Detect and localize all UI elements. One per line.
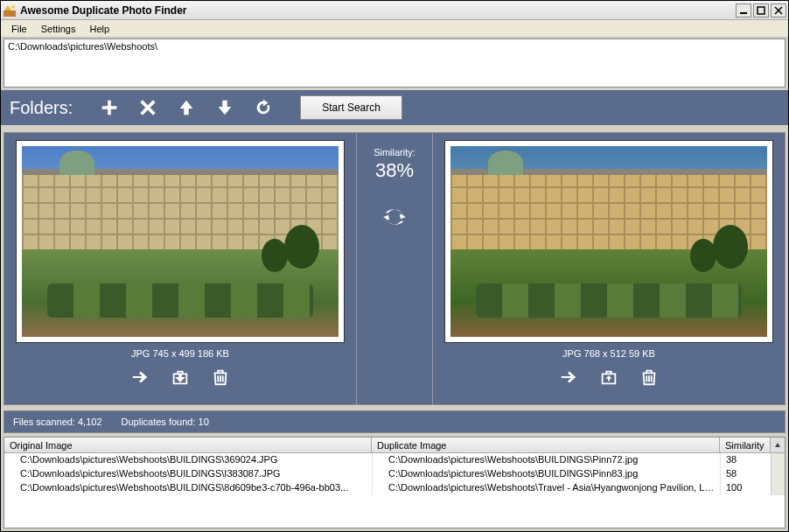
col-similarity[interactable]: Similarity bbox=[720, 438, 771, 452]
files-scanned-label: Files scanned: 4,102 bbox=[13, 416, 102, 427]
folders-label: Folders: bbox=[10, 98, 73, 118]
cell-original: C:\Downloads\pictures\Webshoots\BUILDING… bbox=[4, 467, 372, 481]
cell-similarity: 38 bbox=[720, 453, 771, 467]
move-up-button[interactable] bbox=[174, 95, 199, 120]
left-preview-panel: JPG 745 x 499 186 KB bbox=[4, 133, 356, 404]
swap-button[interactable] bbox=[382, 205, 407, 231]
start-search-button[interactable]: Start Search bbox=[300, 95, 402, 120]
minimize-button[interactable] bbox=[736, 4, 751, 18]
table-header: Original Image Duplicate Image Similarit… bbox=[4, 438, 785, 453]
cell-original: C:\Downloads\pictures\Webshoots\BUILDING… bbox=[4, 481, 372, 495]
table-body: C:\Downloads\pictures\Webshoots\BUILDING… bbox=[4, 453, 785, 495]
scrollbar-track[interactable] bbox=[771, 453, 785, 467]
right-image-meta: JPG 768 x 512 59 KB bbox=[562, 348, 655, 359]
results-table: Original Image Duplicate Image Similarit… bbox=[3, 437, 786, 528]
similarity-value: 38% bbox=[375, 159, 414, 182]
cell-duplicate: C:\Downloads\pictures\Webshoots\Travel -… bbox=[372, 481, 720, 495]
left-image-meta: JPG 745 x 499 186 KB bbox=[131, 348, 229, 359]
menu-help[interactable]: Help bbox=[82, 22, 116, 36]
table-row[interactable]: C:\Downloads\pictures\Webshoots\BUILDING… bbox=[4, 453, 785, 467]
move-down-button[interactable] bbox=[213, 95, 237, 120]
duplicates-found-label: Duplicates found: 10 bbox=[122, 416, 209, 427]
right-preview-panel: JPG 768 x 512 59 KB bbox=[433, 133, 785, 404]
titlebar: Awesome Duplicate Photo Finder bbox=[1, 1, 788, 20]
svg-point-1 bbox=[11, 5, 15, 9]
col-original[interactable]: Original Image bbox=[4, 438, 372, 452]
add-folder-button[interactable] bbox=[97, 95, 122, 120]
folders-toolbar: Folders: Start Search bbox=[1, 90, 788, 125]
left-image[interactable] bbox=[22, 146, 339, 337]
right-image-frame bbox=[444, 140, 773, 343]
scrollbar-track[interactable] bbox=[771, 481, 785, 495]
menubar: File Settings Help bbox=[1, 20, 788, 38]
window-controls bbox=[734, 4, 786, 18]
menu-settings[interactable]: Settings bbox=[34, 22, 83, 36]
right-move-button[interactable] bbox=[596, 366, 622, 388]
left-delete-button[interactable] bbox=[207, 366, 234, 388]
cell-similarity: 100 bbox=[720, 481, 771, 495]
right-image[interactable] bbox=[450, 146, 767, 337]
maximize-button[interactable] bbox=[753, 4, 769, 18]
similarity-column: Similarity: 38% bbox=[356, 133, 433, 404]
folder-path-entry[interactable]: C:\Downloads\pictures\Webshoots\ bbox=[8, 41, 781, 52]
svg-rect-0 bbox=[3, 10, 16, 17]
left-move-button[interactable] bbox=[167, 366, 193, 388]
left-image-actions bbox=[120, 366, 241, 388]
right-delete-button[interactable] bbox=[636, 366, 662, 388]
table-row[interactable]: C:\Downloads\pictures\Webshoots\BUILDING… bbox=[4, 481, 785, 495]
window-title: Awesome Duplicate Photo Finder bbox=[20, 4, 734, 17]
cell-original: C:\Downloads\pictures\Webshoots\BUILDING… bbox=[4, 453, 372, 467]
remove-folder-button[interactable] bbox=[136, 95, 160, 120]
app-icon bbox=[3, 4, 17, 18]
cell-similarity: 58 bbox=[720, 467, 771, 481]
svg-rect-2 bbox=[740, 12, 747, 14]
left-image-frame bbox=[16, 140, 345, 343]
close-button[interactable] bbox=[771, 4, 786, 18]
cell-duplicate: C:\Downloads\pictures\Webshoots\BUILDING… bbox=[372, 467, 720, 481]
col-duplicate[interactable]: Duplicate Image bbox=[372, 438, 720, 452]
folder-path-list[interactable]: C:\Downloads\pictures\Webshoots\ bbox=[3, 38, 786, 88]
right-image-actions bbox=[548, 366, 669, 388]
status-bar: Files scanned: 4,102 Duplicates found: 1… bbox=[3, 410, 786, 433]
preview-area: JPG 745 x 499 186 KB Similarity: 38% JPG… bbox=[3, 132, 786, 405]
menu-file[interactable]: File bbox=[4, 22, 34, 36]
left-open-button[interactable] bbox=[127, 366, 153, 388]
refresh-button[interactable] bbox=[251, 95, 276, 120]
similarity-label: Similarity: bbox=[374, 147, 415, 158]
scrollbar-track[interactable] bbox=[771, 467, 785, 481]
svg-rect-3 bbox=[758, 7, 765, 14]
scrollbar-up-button[interactable] bbox=[771, 438, 785, 452]
cell-duplicate: C:\Downloads\pictures\Webshoots\BUILDING… bbox=[372, 453, 720, 467]
right-open-button[interactable] bbox=[555, 366, 582, 388]
table-row[interactable]: C:\Downloads\pictures\Webshoots\BUILDING… bbox=[4, 467, 785, 481]
